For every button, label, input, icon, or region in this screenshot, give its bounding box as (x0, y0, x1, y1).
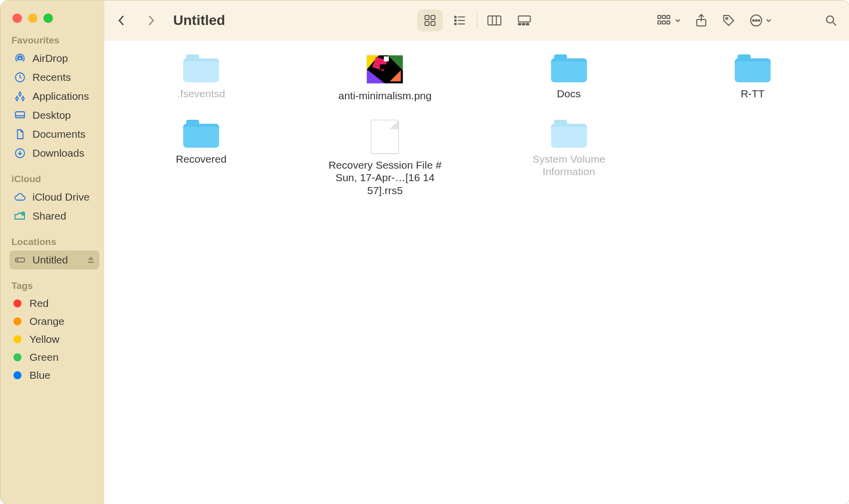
clock-icon (13, 71, 26, 84)
svg-rect-2 (15, 112, 24, 118)
sidebar-item-applications[interactable]: Applications (9, 87, 99, 106)
icon-grid: .fseventsd anti-minimalism.png Docs (109, 54, 845, 197)
tags-button[interactable] (722, 9, 736, 31)
eject-icon[interactable] (86, 255, 95, 264)
svg-rect-8 (425, 15, 429, 19)
finder-window: Favourites AirDrop Recents Applications … (0, 0, 849, 504)
svg-rect-18 (522, 23, 525, 25)
svg-rect-25 (667, 21, 670, 24)
share-button[interactable] (695, 9, 708, 31)
svg-point-0 (18, 57, 21, 60)
tag-dot-icon (13, 299, 21, 307)
tag-dot-icon (13, 353, 21, 361)
minimize-window[interactable] (28, 13, 37, 23)
sidebar-item-label: Downloads (32, 147, 84, 159)
tag-label: Orange (29, 315, 64, 327)
svg-point-13 (455, 19, 456, 21)
svg-rect-21 (662, 15, 665, 18)
sidebar-item-recents[interactable]: Recents (9, 68, 99, 87)
sidebar-item-label: AirDrop (32, 52, 68, 64)
tag-dot-icon (13, 371, 21, 379)
tag-yellow[interactable]: Yellow (9, 330, 99, 348)
tag-green[interactable]: Green (9, 348, 99, 366)
folder-icon (551, 54, 587, 82)
svg-rect-16 (518, 16, 530, 22)
tag-dot-icon (13, 317, 21, 325)
svg-point-30 (756, 19, 757, 21)
close-window[interactable] (12, 13, 22, 23)
tag-red[interactable]: Red (9, 294, 99, 312)
folder-icon (183, 120, 219, 148)
svg-point-29 (753, 19, 754, 21)
file-item[interactable]: .fseventsd (109, 54, 293, 102)
downloads-icon (13, 147, 26, 160)
search-button[interactable] (825, 9, 838, 31)
gallery-view-button[interactable] (511, 9, 537, 31)
sidebar-item-airdrop[interactable]: AirDrop (9, 49, 99, 68)
svg-rect-22 (667, 15, 670, 18)
file-name: .fseventsd (177, 87, 225, 100)
sidebar-item-desktop[interactable]: Desktop (9, 106, 99, 125)
toolbar-left: Untitled (112, 11, 225, 30)
section-icloud-label: iCloud (11, 174, 99, 185)
file-name: System Volume Information (509, 153, 629, 178)
sidebar-item-shared[interactable]: Shared (9, 207, 99, 226)
file-name: Recovery Session File # Sun, 17-Apr-…[16… (325, 159, 445, 197)
sidebar: Favourites AirDrop Recents Applications … (0, 0, 104, 504)
svg-point-27 (726, 17, 728, 19)
content-area[interactable]: .fseventsd anti-minimalism.png Docs (104, 40, 849, 504)
tag-label: Yellow (29, 333, 59, 345)
file-name: R-TT (741, 87, 765, 100)
folder-icon (735, 54, 771, 82)
sidebar-item-documents[interactable]: Documents (9, 125, 99, 144)
sidebar-item-label: Shared (32, 210, 66, 222)
file-name: anti-minimalism.png (338, 89, 432, 102)
tag-label: Green (29, 351, 58, 363)
separator (477, 13, 477, 27)
action-menu-button[interactable] (750, 9, 772, 31)
window-title: Untitled (173, 12, 225, 28)
icon-view-button[interactable] (417, 9, 443, 31)
folder-icon (183, 54, 219, 82)
file-item[interactable]: System Volume Information (477, 120, 661, 197)
svg-rect-24 (662, 21, 665, 24)
tag-blue[interactable]: Blue (9, 366, 99, 384)
sidebar-item-label: Recents (32, 71, 71, 83)
tag-label: Red (29, 297, 49, 309)
toolbar-right (657, 9, 842, 31)
view-switcher (415, 9, 539, 31)
drive-icon (13, 253, 26, 266)
sidebar-item-untitled[interactable]: Untitled (9, 251, 99, 269)
svg-point-32 (827, 16, 834, 23)
column-view-button[interactable] (481, 9, 507, 31)
file-name: Docs (557, 87, 581, 100)
file-item[interactable]: Docs (477, 54, 661, 102)
file-item[interactable]: Recovered (109, 120, 293, 197)
group-by-button[interactable] (657, 9, 681, 31)
window-controls (12, 13, 99, 23)
svg-point-12 (455, 16, 456, 17)
file-item[interactable]: anti-minimalism.png (293, 54, 477, 102)
shared-icon (13, 210, 26, 223)
file-item[interactable]: R-TT (661, 54, 845, 102)
sidebar-item-label: Applications (32, 90, 89, 102)
tag-label: Blue (29, 369, 50, 381)
section-favourites-label: Favourites (11, 35, 99, 46)
apps-icon (13, 90, 26, 103)
zoom-window[interactable] (43, 13, 53, 23)
back-button[interactable] (112, 11, 131, 30)
svg-rect-15 (488, 16, 501, 25)
sidebar-item-label: Documents (32, 128, 85, 140)
sidebar-item-icloud-drive[interactable]: iCloud Drive (9, 188, 99, 207)
list-view-button[interactable] (447, 9, 473, 31)
svg-rect-19 (526, 23, 529, 25)
svg-rect-11 (431, 21, 435, 25)
forward-button[interactable] (141, 11, 160, 30)
tag-orange[interactable]: Orange (9, 312, 99, 330)
file-item[interactable]: Recovery Session File # Sun, 17-Apr-…[16… (293, 120, 477, 197)
sidebar-item-downloads[interactable]: Downloads (9, 144, 99, 163)
svg-point-14 (455, 23, 456, 24)
svg-rect-10 (425, 21, 429, 25)
section-locations-label: Locations (11, 237, 99, 248)
cloud-icon (13, 191, 26, 204)
